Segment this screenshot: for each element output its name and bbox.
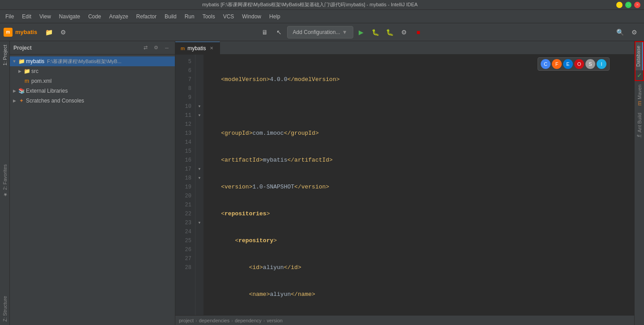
stop-button[interactable]: ■: [412, 26, 425, 38]
safari-icon[interactable]: S: [585, 59, 595, 69]
gutter-23: ▼: [195, 218, 203, 227]
ant-build-tab[interactable]: 🐜 Ant Build: [636, 109, 644, 143]
code-editor[interactable]: 5 6 7 8 9 10 11 12 13 14 15 16 17 18 19 …: [175, 55, 634, 325]
firefox-icon[interactable]: F: [552, 59, 562, 69]
linenum-15: 15: [175, 147, 195, 156]
code-gutter: ▼ ▼ ▼ ▼ ▼: [195, 55, 203, 325]
tree-item-src[interactable]: ▶ 📁 src: [10, 66, 175, 76]
code-line-12: <id>aliyun</id>: [207, 263, 634, 272]
gutter-5: [195, 57, 203, 66]
chrome-icon[interactable]: C: [541, 59, 551, 69]
tree-item-scratches[interactable]: ▶ ✦ Scratches and Consoles: [10, 96, 175, 106]
tree-label-mybatis: mybatis: [26, 58, 44, 64]
tree-label-pom: pom.xml: [31, 78, 51, 84]
menu-build[interactable]: Build: [161, 12, 180, 21]
maven-tab[interactable]: m Maven: [635, 81, 644, 109]
gutter-27: [195, 254, 203, 263]
window-title: mybatis [F:\慕课网课程\MyBatis框架\MyBatis框架基础入…: [4, 1, 616, 8]
menu-vcs[interactable]: VCS: [220, 12, 238, 21]
menu-bar: File Edit View Navigate Code Analyze Ref…: [0, 10, 644, 23]
breadcrumb-sep2: ›: [231, 318, 233, 323]
gutter-12: [195, 120, 203, 129]
menu-run[interactable]: Run: [181, 12, 198, 21]
breadcrumb-dependency: dependency: [235, 318, 262, 323]
gutter-8: [195, 84, 203, 93]
panel-label-project[interactable]: 1: Project: [1, 41, 9, 69]
linenum-5: 5: [175, 57, 195, 66]
add-configuration-button[interactable]: Add Configuration... ▼: [287, 26, 353, 38]
line-numbers: 5 6 7 8 9 10 11 12 13 14 15 16 17 18 19 …: [175, 55, 195, 325]
linenum-10: 10: [175, 102, 195, 111]
panel-label-favorites[interactable]: ★ 2: Favorites: [0, 161, 9, 201]
linenum-27: 27: [175, 254, 195, 263]
gutter-7: [195, 75, 203, 84]
breadcrumb-dependencies: dependencies: [199, 318, 230, 323]
chevron-scratches: ▶: [12, 98, 17, 103]
gutter-17: ▼: [195, 165, 203, 174]
gutter-13: [195, 129, 203, 138]
tab-close-mybatis[interactable]: ✕: [209, 45, 214, 51]
ie-icon[interactable]: I: [597, 59, 606, 69]
run-button[interactable]: ▶: [355, 26, 368, 38]
menu-navigate[interactable]: Navigate: [55, 12, 84, 21]
menu-edit[interactable]: Edit: [18, 12, 35, 21]
add-config-label: Add Configuration...: [293, 29, 340, 35]
code-content[interactable]: <modelVersion>4.0.0</modelVersion> <grou…: [203, 55, 634, 325]
edge-icon[interactable]: E: [563, 59, 573, 69]
chevron-src: ▶: [17, 69, 22, 73]
panel-label-structure[interactable]: Z: Structure: [1, 292, 9, 325]
toolbar-folder-btn[interactable]: 📁: [42, 26, 55, 38]
editor-tab-mybatis[interactable]: m mybatis ✕: [175, 42, 220, 54]
panel-minimize-btn[interactable]: ─: [162, 43, 171, 52]
database-tab[interactable]: Database: [636, 42, 643, 70]
toolbar-project-icon[interactable]: 🖥: [258, 26, 271, 38]
gutter-25: [195, 236, 203, 245]
close-button[interactable]: ✕: [634, 2, 640, 8]
right-panel: Database ✓ m Maven 🐜 Ant Build: [634, 41, 644, 325]
toolbar: m mybatis 📁 ⚙ 🖥 ↖ Add Configuration... ▼…: [0, 23, 644, 41]
linenum-12: 12: [175, 120, 195, 129]
linenum-6: 6: [175, 66, 195, 75]
gutter-22: [195, 210, 203, 218]
gutter-14: [195, 138, 203, 147]
browser-icons-bar: C F E O S I: [538, 57, 610, 71]
menu-view[interactable]: View: [36, 12, 55, 21]
menu-file[interactable]: File: [2, 12, 17, 21]
menu-analyze[interactable]: Analyze: [106, 12, 132, 21]
gutter-19: [195, 183, 203, 192]
minimize-button[interactable]: ─: [616, 2, 623, 8]
tree-item-mybatis[interactable]: ▼ 📁 mybatis F:\慕课网课程\MyBatis框架\MyB...: [10, 56, 175, 66]
editor-area: m mybatis ✕ C F E O S I 5 6 7 8 9 10 11: [175, 41, 634, 325]
tree-item-external-libs[interactable]: ▶ 📚 External Libraries: [10, 86, 175, 96]
menu-tools[interactable]: Tools: [199, 12, 219, 21]
gutter-26: [195, 245, 203, 254]
menu-window[interactable]: Window: [238, 12, 265, 21]
folder-icon-mybatis: 📁: [18, 58, 25, 65]
breadcrumb-project: project: [179, 318, 194, 323]
panel-sync-btn[interactable]: ⇄: [141, 43, 150, 52]
profile-button[interactable]: ⚙: [398, 26, 411, 38]
linenum-16: 16: [175, 156, 195, 165]
gutter-21: [195, 201, 203, 210]
left-panel-labels: 1: Project ★ 2: Favorites Z: Structure: [0, 41, 10, 325]
ant-build-label: Ant Build: [637, 113, 642, 133]
search-everywhere-btn[interactable]: 🔍: [614, 26, 626, 38]
project-tree: ▼ 📁 mybatis F:\慕课网课程\MyBatis框架\MyB... ▶ …: [10, 55, 175, 325]
maximize-button[interactable]: □: [625, 2, 631, 8]
menu-help[interactable]: Help: [266, 12, 284, 21]
opera-icon[interactable]: O: [574, 59, 584, 69]
menu-refactor[interactable]: Refactor: [133, 12, 160, 21]
maven-icon: m: [636, 101, 643, 106]
tree-label-scratches: Scratches and Consoles: [26, 98, 84, 104]
linenum-13: 13: [175, 129, 195, 138]
tree-item-pom[interactable]: ▶ m pom.xml: [10, 76, 175, 86]
settings-gear-btn[interactable]: ⚙: [628, 26, 640, 38]
code-line-10: <repositories>: [207, 210, 634, 218]
coverage-button[interactable]: 🐛: [384, 26, 396, 38]
toolbar-cursor-btn[interactable]: ↖: [273, 26, 285, 38]
panel-gear-btn[interactable]: ⚙: [152, 43, 161, 52]
code-line-7: <groupId>com.imooc</groupId>: [207, 129, 634, 138]
debug-button[interactable]: 🐛: [369, 26, 382, 38]
toolbar-settings-btn[interactable]: ⚙: [57, 26, 69, 38]
menu-code[interactable]: Code: [85, 12, 105, 21]
